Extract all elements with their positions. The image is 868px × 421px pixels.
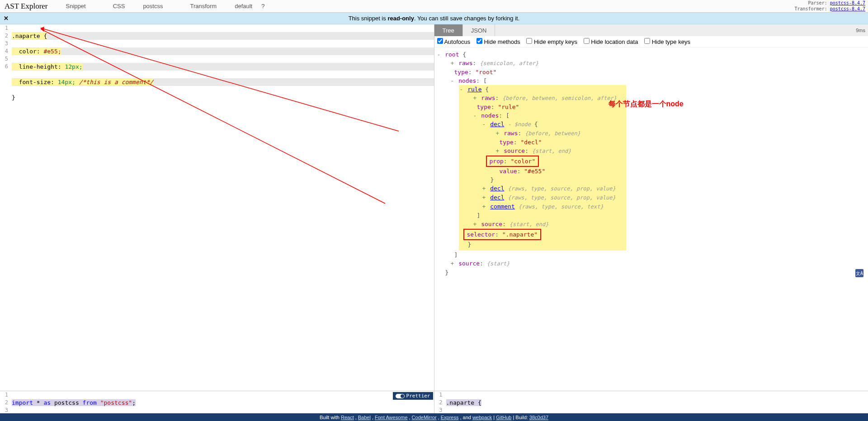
- gutter: 123456: [0, 24, 10, 391]
- opt-hide-type[interactable]: Hide type keys: [644, 38, 690, 45]
- transform-editor[interactable]: 123 importimport * as postcss from * as …: [0, 391, 434, 413]
- prop-highlight: prop: "color": [486, 156, 539, 167]
- gear-icon[interactable]: [167, 0, 176, 12]
- link-github[interactable]: GitHub: [496, 415, 511, 420]
- default-menu[interactable]: default: [230, 0, 257, 12]
- link-fa[interactable]: Font Awesome: [375, 415, 408, 420]
- source-code[interactable]: .naparte { color: #e55; line-height: 12p…: [12, 24, 434, 391]
- link-cm[interactable]: CodeMirror: [412, 415, 437, 420]
- parser-menu[interactable]: postcss: [138, 0, 167, 12]
- parser-info: Parser: postcss-8.4.7 Transformer: postc…: [794, 0, 865, 12]
- footer: Built with React, Babel, Font Awesome, C…: [0, 413, 868, 421]
- opt-autofocus[interactable]: Autofocus: [437, 38, 471, 45]
- code-icon[interactable]: [129, 0, 138, 12]
- link-build[interactable]: 38c0d37: [529, 415, 548, 420]
- tree-tabs: Tree JSON 9ms: [434, 24, 868, 36]
- link-express[interactable]: Express: [441, 415, 459, 420]
- translate-icon[interactable]: 文A: [855, 269, 863, 277]
- fork-icon[interactable]: [90, 0, 99, 12]
- right-column: Tree JSON 9ms Autofocus Hide methods Hid…: [434, 24, 868, 413]
- toggle-icon[interactable]: [176, 0, 185, 12]
- output-editor[interactable]: 123 .naparte { color: white; line-height…: [434, 391, 868, 413]
- source-editor[interactable]: 123456 .naparte { color: #e55; line-heig…: [0, 24, 434, 391]
- keyboard-icon[interactable]: [221, 0, 230, 12]
- tab-tree[interactable]: Tree: [434, 24, 463, 36]
- lang-menu[interactable]: CSS: [108, 0, 130, 12]
- readonly-banner: ✕ This snippet is read-only. You can sti…: [0, 13, 868, 24]
- banner-close[interactable]: ✕: [4, 15, 9, 22]
- opt-hide-methods[interactable]: Hide methods: [476, 38, 520, 45]
- link-webpack[interactable]: webpack: [472, 415, 492, 420]
- link-babel[interactable]: Babel: [358, 415, 371, 420]
- prettier-button[interactable]: Prettier: [393, 392, 433, 400]
- opt-hide-location[interactable]: Hide location data: [584, 38, 638, 45]
- link-react[interactable]: React: [341, 415, 354, 420]
- css3-icon[interactable]: [99, 0, 108, 12]
- help-button[interactable]: ?: [257, 0, 269, 12]
- timing: 9ms: [856, 28, 865, 33]
- topbar: AST Explorer Snippet CSS postcss Transfo…: [0, 0, 868, 13]
- left-column: 123456 .naparte { color: #e55; line-heig…: [0, 24, 434, 413]
- selector-highlight: selector: ".naparte": [463, 229, 542, 240]
- annotation-text: 每个节点都是一个node: [609, 99, 684, 108]
- transform-menu[interactable]: Transform: [185, 0, 221, 12]
- snippet-menu[interactable]: Snippet: [61, 0, 90, 12]
- brand[interactable]: AST Explorer: [0, 0, 52, 12]
- opt-hide-empty[interactable]: Hide empty keys: [526, 38, 577, 45]
- transformer-link[interactable]: postcss-8.4.7: [830, 6, 865, 11]
- tab-json[interactable]: JSON: [463, 24, 495, 36]
- main-panes: 123456 .naparte { color: #e55; line-heig…: [0, 24, 868, 413]
- tree-options: Autofocus Hide methods Hide empty keys H…: [434, 36, 868, 47]
- gist-icon[interactable]: [52, 0, 61, 12]
- parser-link[interactable]: postcss-8.4.7: [830, 0, 865, 5]
- ast-tree[interactable]: - root { + raws: {semicolon, after} type…: [434, 47, 868, 391]
